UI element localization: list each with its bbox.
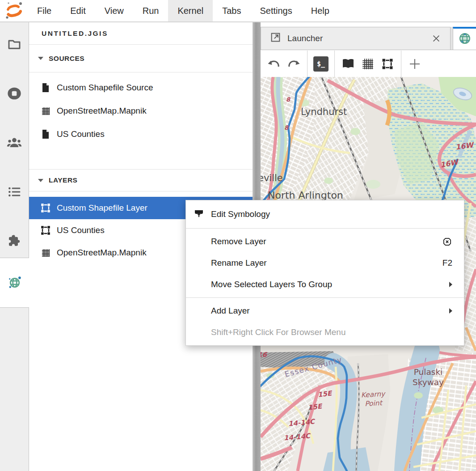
collapse-caret-icon: [38, 179, 43, 182]
layer-item-label: OpenStreetMap.Mapnik: [57, 248, 147, 258]
layer-item-label: Custom Shapefile Layer: [57, 203, 147, 213]
collapse-caret-icon: [38, 57, 43, 60]
raster-grid-icon: [40, 248, 51, 258]
raster-grid-icon: [40, 106, 51, 116]
sources-section-header[interactable]: SOURCES: [29, 45, 253, 72]
map-label: 8: [286, 96, 290, 103]
menu-item-label: Remove Layer: [211, 237, 266, 246]
terminal-icon: $_: [313, 56, 329, 72]
identify-book-button[interactable]: [338, 54, 358, 74]
source-item-label: OpenStreetMap.Mapnik: [57, 106, 147, 116]
map-label: eville: [261, 173, 283, 183]
tab-launcher-label: Launcher: [287, 34, 323, 43]
layers-header-label: LAYERS: [49, 176, 77, 184]
file-icon: [40, 129, 51, 139]
users-icon[interactable]: [7, 135, 22, 150]
folder-icon[interactable]: [7, 37, 22, 52]
puzzle-icon[interactable]: [7, 233, 22, 249]
menu-run[interactable]: Run: [133, 0, 168, 21]
undo-button[interactable]: [264, 54, 284, 74]
close-icon[interactable]: [431, 34, 441, 43]
menu-item-label: Shift+Right Click For Browser Menu: [211, 327, 345, 337]
dock-tab-bar: Launcher: [261, 27, 476, 50]
menu-item-remove-layer[interactable]: Remove Layer: [186, 231, 464, 252]
redo-button[interactable]: [284, 54, 303, 74]
source-item-label: Custom Shapefile Source: [57, 83, 153, 93]
menu-item-label: Move Selected Layers To Group: [211, 280, 332, 289]
console-button[interactable]: $_: [311, 54, 331, 74]
menu-item-accel: F2: [442, 258, 452, 268]
map-label: North Arlington: [268, 190, 343, 201]
menu-divider: [186, 228, 464, 229]
menu-kernel[interactable]: Kernel: [168, 0, 213, 21]
menu-item-browser-menu-hint: Shift+Right Click For Browser Menu: [186, 322, 464, 343]
layers-section-header[interactable]: LAYERS: [29, 169, 253, 191]
jgis-globe-icon: [458, 32, 472, 47]
vector-polygon-button[interactable]: [378, 54, 397, 74]
source-item[interactable]: OpenStreetMap.Mapnik: [29, 99, 253, 123]
menu-settings[interactable]: Settings: [250, 0, 301, 21]
delete-box-icon: [442, 237, 452, 247]
menu-item-label: Rename Layer: [211, 258, 267, 268]
map-label: 15E: [317, 389, 332, 399]
jupyter-logo: [0, 0, 28, 21]
launcher-icon: [270, 32, 281, 45]
source-item[interactable]: Custom Shapefile Source: [29, 76, 253, 99]
submenu-arrow-icon: [449, 282, 452, 287]
layer-context-menu: Edit Symbology Remove Layer Rename Layer…: [185, 200, 464, 346]
menu-view[interactable]: View: [95, 0, 133, 21]
menu-edit[interactable]: Edit: [61, 0, 95, 21]
layer-item-label: US Counties: [57, 225, 105, 235]
vector-polygon-icon: [40, 225, 51, 236]
menu-item-rename-layer[interactable]: Rename Layer F2: [186, 252, 464, 274]
map-label: 16: [261, 351, 267, 359]
tab-launcher[interactable]: Launcher: [261, 27, 451, 50]
left-activity-bar: [0, 22, 29, 471]
list-icon[interactable]: [7, 184, 22, 199]
map-label: Pulaski Skyway: [408, 367, 448, 387]
submenu-arrow-icon: [449, 308, 452, 314]
sources-header-label: SOURCES: [49, 55, 84, 63]
file-icon: [40, 83, 51, 93]
brush-icon: [194, 209, 204, 220]
menu-tabs[interactable]: Tabs: [213, 0, 250, 21]
add-button[interactable]: [405, 54, 425, 74]
source-item[interactable]: US Counties: [29, 123, 253, 146]
map-label: 8: [284, 124, 288, 131]
map-label: 15E: [308, 402, 322, 412]
menu-bar: File Edit View Run Kernel Tabs Settings …: [0, 0, 476, 22]
sources-list: Custom Shapefile Source OpenStreetMap.Ma…: [29, 72, 253, 146]
menu-file[interactable]: File: [28, 0, 61, 21]
sidebar-lower-panel: [0, 307, 29, 471]
menu-item-label: Edit Symbology: [211, 209, 270, 219]
menu-item-label: Add Layer: [211, 306, 250, 316]
source-item-label: US Counties: [57, 129, 105, 139]
panel-title: UNTITLED.JGIS: [29, 22, 253, 45]
map-label: Lyndhurst: [301, 106, 347, 117]
jupyterlab-window: File Edit View Run Kernel Tabs Settings …: [0, 0, 476, 471]
menu-divider: [186, 297, 464, 298]
menu-item-edit-symbology[interactable]: Edit Symbology: [186, 203, 464, 226]
menu-help[interactable]: Help: [302, 0, 339, 21]
stop-circle-icon[interactable]: [7, 86, 22, 101]
jgis-toolbar: $_: [261, 51, 476, 77]
menu-item-add-layer[interactable]: Add Layer: [186, 300, 464, 322]
vector-polygon-icon: [40, 203, 51, 213]
jgis-globe-icon[interactable]: [7, 275, 22, 290]
menu-item-move-layers-to-group[interactable]: Move Selected Layers To Group: [186, 274, 464, 295]
tab-jgis-document[interactable]: [453, 27, 476, 50]
raster-grid-button[interactable]: [358, 54, 378, 74]
map-label: Kearny Point: [355, 389, 392, 409]
